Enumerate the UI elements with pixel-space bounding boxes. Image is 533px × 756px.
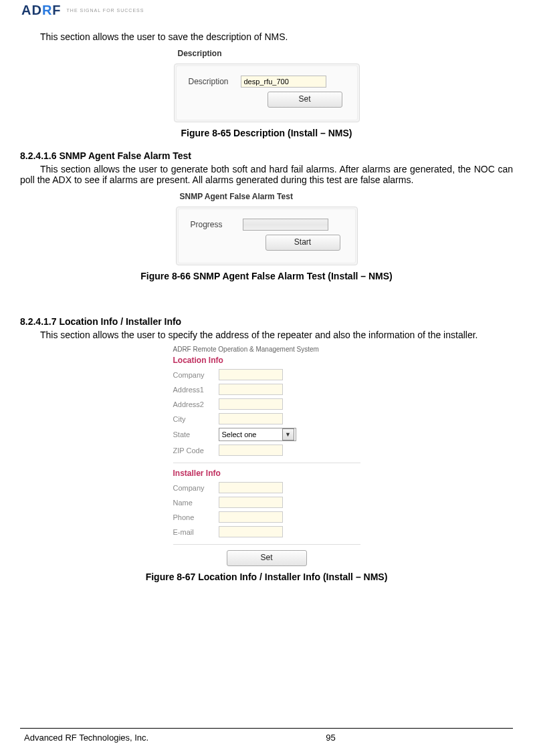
progress-label: Progress <box>191 220 243 229</box>
logo-area: ADRF THE SIGNAL FOR SUCCESS <box>20 0 513 31</box>
inst-name-label: Name <box>173 499 219 507</box>
chevron-down-icon: ▼ <box>282 428 294 440</box>
page-footer: Advanced RF Technologies, Inc. 95 <box>20 728 513 743</box>
logo-tagline: THE SIGNAL FOR SUCCESS <box>67 8 144 13</box>
sec3-intro: This section allows the user to specify … <box>20 330 513 340</box>
sec3-heading: 8.2.4.1.7 Location Info / Installer Info <box>20 316 513 327</box>
loc-zip-input[interactable] <box>219 445 283 456</box>
loc-state-label: State <box>173 430 219 438</box>
snmp-start-button[interactable]: Start <box>265 235 340 251</box>
inst-name-input[interactable] <box>219 497 283 508</box>
loc-address2-input[interactable] <box>219 398 283 410</box>
inst-company-label: Company <box>173 484 219 492</box>
description-input[interactable] <box>241 76 326 88</box>
loc-city-input[interactable] <box>219 413 283 424</box>
figure-8-66-caption: Figure 8-66 SNMP Agent False Alarm Test … <box>20 271 513 281</box>
progress-bar <box>243 219 328 231</box>
loc-sys-title: ADRF Remote Operation & Management Syste… <box>173 346 360 353</box>
loc-address2-label: Address2 <box>173 400 219 408</box>
divider <box>173 544 360 545</box>
description-panel: Description Description Set <box>174 46 360 122</box>
sec2-intro: This section allows the user to generate… <box>20 164 513 185</box>
inst-email-label: E-mail <box>173 528 219 536</box>
description-set-button[interactable]: Set <box>268 92 342 108</box>
loc-address1-label: Address1 <box>173 386 219 394</box>
divider <box>173 463 360 463</box>
sec2-heading: 8.2.4.1.6 SNMP Agent False Alarm Test <box>20 150 513 161</box>
sec1-intro: This section allows the user to save the… <box>20 31 513 42</box>
figure-8-67-caption: Figure 8-67 Location Info / Installer In… <box>20 572 513 582</box>
inst-phone-label: Phone <box>173 513 219 521</box>
loc-address1-input[interactable] <box>219 384 283 395</box>
location-info-title: Location Info <box>173 356 360 365</box>
loc-state-select[interactable]: Select one ▼ <box>219 428 296 441</box>
footer-page-number: 95 <box>148 733 513 743</box>
loc-city-label: City <box>173 415 219 423</box>
loc-state-value: Select one <box>222 430 257 438</box>
inst-company-input[interactable] <box>219 482 283 493</box>
loc-zip-label: ZIP Code <box>173 447 219 455</box>
loc-company-input[interactable] <box>219 369 283 380</box>
location-installer-panel: ADRF Remote Operation & Management Syste… <box>173 346 360 566</box>
description-label: Description <box>189 77 241 86</box>
snmp-panel-title: SNMP Agent False Alarm Test <box>176 189 358 207</box>
description-panel-title: Description <box>174 46 360 64</box>
installer-info-title: Installer Info <box>173 469 360 478</box>
location-set-button[interactable]: Set <box>227 550 307 566</box>
inst-phone-input[interactable] <box>219 511 283 523</box>
inst-email-input[interactable] <box>219 526 283 537</box>
logo-text: ADRF <box>21 3 62 18</box>
figure-8-65-caption: Figure 8-65 Description (Install – NMS) <box>20 128 513 138</box>
snmp-panel: SNMP Agent False Alarm Test Progress Sta… <box>176 189 358 265</box>
loc-company-label: Company <box>173 371 219 379</box>
footer-company: Advanced RF Technologies, Inc. <box>20 733 148 743</box>
